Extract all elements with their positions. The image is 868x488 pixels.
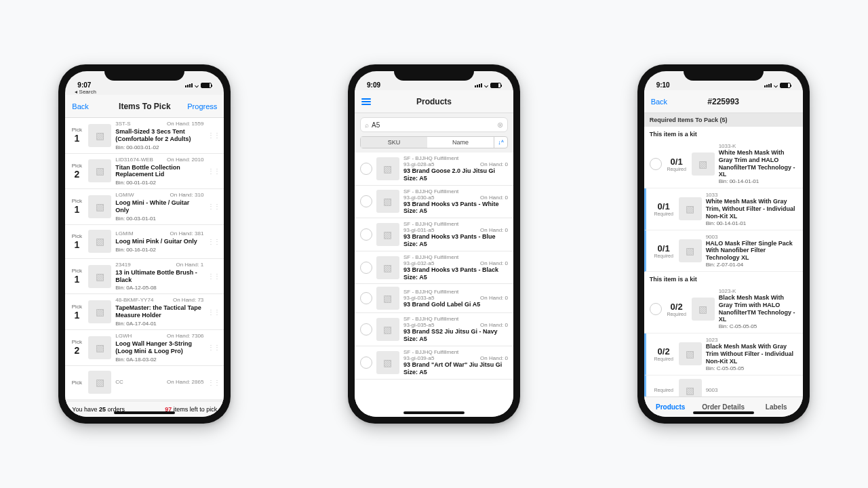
select-circle[interactable] bbox=[360, 357, 372, 369]
sku-label: CC bbox=[115, 379, 123, 385]
product-thumb: ▧ bbox=[88, 230, 111, 253]
sku-label: 93-gi-030-a5 bbox=[403, 195, 434, 201]
bin-label: Bin: 0A-17-04-01 bbox=[115, 321, 203, 327]
clear-search-icon[interactable]: ⊗ bbox=[497, 121, 503, 129]
onhand-label: On Hand: 0 bbox=[480, 295, 508, 301]
product-name: White Mesh Mask With Gray Trim, Without … bbox=[706, 198, 797, 220]
seg-name[interactable]: Name bbox=[427, 137, 494, 148]
pick-row[interactable]: Pick1▧LGMIWOn Hand: 310Loog Mini - White… bbox=[65, 189, 224, 225]
pack-row[interactable]: 0/1Required▧1033White Mesh Mask With Gra… bbox=[644, 188, 803, 230]
onhand-label: On Hand: 0 bbox=[480, 355, 508, 361]
sku-label: 3ST-S bbox=[115, 121, 130, 127]
product-row[interactable]: ▧SF - BJJHQ Fulfillment93-gi-035-a5On Ha… bbox=[355, 313, 513, 346]
product-row[interactable]: ▧SF - BJJHQ Fulfillment93-gi-039-a5On Ha… bbox=[355, 346, 513, 380]
select-circle[interactable] bbox=[360, 323, 372, 336]
product-thumb: ▧ bbox=[88, 371, 111, 394]
product-row[interactable]: ▧SF - BJJHQ Fulfillment93-gi-032-a5On Ha… bbox=[355, 251, 513, 285]
drag-icon[interactable]: ⋮⋮ bbox=[208, 203, 220, 210]
select-circle[interactable] bbox=[650, 158, 662, 170]
pack-row[interactable]: Required▧9003 bbox=[644, 375, 803, 396]
product-name: Loog Wall Hanger 3-String (Loog Mini & L… bbox=[115, 340, 203, 355]
product-thumb: ▧ bbox=[376, 223, 399, 246]
product-row[interactable]: ▧SF - BJJHQ Fulfillment93-gi-031-a5On Ha… bbox=[355, 218, 513, 251]
product-row[interactable]: ▧SF - BJJHQ Fulfillment93-gi-030-a5On Ha… bbox=[355, 186, 513, 219]
product-row[interactable]: ▧SF - BJJHQ Fulfillment93-gi-033-a5On Ha… bbox=[355, 284, 513, 313]
back-to-search[interactable]: ◂ Search bbox=[65, 89, 224, 95]
product-name: Black Mesh Mask With Gray Trim with HALO… bbox=[719, 294, 797, 323]
drag-icon[interactable]: ⋮⋮ bbox=[208, 131, 220, 139]
bin-label: Bin: 00-03-01-01 bbox=[115, 216, 203, 222]
pick-row[interactable]: Pick1▧LGMIMOn Hand: 381Loog Mini Pink / … bbox=[65, 225, 224, 259]
home-indicator[interactable] bbox=[403, 411, 465, 414]
pick-row[interactable]: Pick▧CCOn Hand: 2865⋮⋮ bbox=[65, 366, 224, 400]
product-thumb: ▧ bbox=[679, 342, 702, 365]
battery-icon bbox=[490, 83, 501, 88]
pack-row[interactable]: 0/1Required▧9003HALO Mask Filter Single … bbox=[644, 230, 803, 272]
product-thumb: ▧ bbox=[88, 265, 111, 288]
back-button[interactable]: Back bbox=[72, 102, 106, 110]
menu-icon[interactable] bbox=[361, 98, 395, 105]
tab-products[interactable]: Products bbox=[644, 397, 697, 417]
sku-label: 1023-K bbox=[719, 288, 797, 294]
onhand-label: On Hand: 1559 bbox=[167, 121, 203, 127]
pack-row[interactable]: 0/1Required▧1033-KWhite Mesh Mask With G… bbox=[644, 140, 803, 188]
product-list[interactable]: ▧SF - BJJHQ Fulfillment93-gi-028-a5On Ha… bbox=[355, 152, 513, 417]
pick-row[interactable]: Pick2▧LID31674-WEBOn Hand: 2010Titan Bot… bbox=[65, 154, 224, 190]
tab-labels[interactable]: Labels bbox=[750, 397, 803, 417]
pick-count: Pick2 bbox=[69, 339, 84, 356]
wifi-icon: ⌵ bbox=[195, 81, 199, 89]
pack-row[interactable]: 0/2Required▧1023-KBlack Mesh Mask With G… bbox=[644, 285, 803, 333]
kit-header: This item is a kit bbox=[644, 127, 803, 140]
vendor-label: SF - BJJHQ Fulfillment bbox=[403, 221, 458, 227]
vendor-label: SF - BJJHQ Fulfillment bbox=[403, 254, 458, 260]
product-row[interactable]: ▧SF - BJJHQ Fulfillment93-gi-028-a5On Ha… bbox=[355, 152, 513, 186]
product-name: TapeMaster: the Tactical Tape Measure Ho… bbox=[115, 304, 203, 319]
back-button[interactable]: Back bbox=[651, 98, 685, 106]
product-name: 93 Brand "Art Of War" Jiu Jitsu Gi Size:… bbox=[403, 361, 508, 376]
drag-icon[interactable]: ⋮⋮ bbox=[208, 238, 220, 245]
select-circle[interactable] bbox=[360, 292, 372, 304]
pick-row[interactable]: Pick2▧LGWHOn Hand: 7306Loog Wall Hanger … bbox=[65, 330, 224, 366]
drag-icon[interactable]: ⋮⋮ bbox=[208, 272, 220, 280]
pick-list[interactable]: Pick1▧3ST-SOn Hand: 1559Small-Sized 3 Se… bbox=[65, 118, 224, 401]
required-count: 0/2Required bbox=[653, 346, 675, 361]
drag-icon[interactable]: ⋮⋮ bbox=[208, 379, 220, 386]
pick-row[interactable]: Pick1▧48-BKMF-YY74On Hand: 73TapeMaster:… bbox=[65, 294, 224, 330]
sku-label: 93-gi-033-a5 bbox=[403, 295, 434, 301]
battery-icon bbox=[201, 83, 212, 88]
product-name: 93 Brand Hooks v3 Pants - Black Size: A5 bbox=[403, 266, 508, 281]
sku-label: 9003 bbox=[706, 387, 797, 393]
onhand-label: On Hand: 1 bbox=[176, 262, 203, 268]
drag-icon[interactable]: ⋮⋮ bbox=[208, 308, 220, 316]
seg-sku[interactable]: SKU bbox=[361, 137, 427, 148]
sku-label: LGMIW bbox=[115, 192, 134, 198]
product-thumb: ▧ bbox=[88, 195, 111, 218]
phone-products: 9:09 ⌵ Products ⌕ A5 ⊗ SKU Name ↓ᴬ ▧SF -… bbox=[348, 64, 520, 424]
progress-button[interactable]: Progress bbox=[183, 102, 217, 110]
select-circle[interactable] bbox=[650, 303, 662, 315]
select-circle[interactable] bbox=[360, 163, 372, 175]
select-circle[interactable] bbox=[360, 262, 372, 274]
home-indicator[interactable] bbox=[693, 411, 754, 414]
sort-icon[interactable]: ↓ᴬ bbox=[494, 137, 507, 148]
select-circle[interactable] bbox=[360, 228, 372, 241]
notch bbox=[104, 64, 184, 81]
product-name: Loog Mini - White / Guitar Only bbox=[115, 199, 203, 214]
drag-icon[interactable]: ⋮⋮ bbox=[208, 167, 220, 175]
required-section-header: Required Items To Pack (5) bbox=[644, 113, 803, 127]
pick-row[interactable]: Pick1▧23419On Hand: 113 in Ultimate Bott… bbox=[65, 259, 224, 295]
pack-row[interactable]: 0/2Required▧1023Black Mesh Mask With Gra… bbox=[644, 333, 803, 375]
product-name: 93 Brand SS2 Jiu Jitsu Gi - Navy Size: A… bbox=[403, 328, 508, 343]
product-name: Black Mesh Mask With Gray Trim Without F… bbox=[706, 343, 797, 365]
wifi-icon: ⌵ bbox=[484, 81, 488, 89]
pick-count: Pick bbox=[69, 380, 84, 386]
drag-icon[interactable]: ⋮⋮ bbox=[208, 344, 220, 351]
product-thumb: ▧ bbox=[88, 159, 111, 182]
home-indicator[interactable] bbox=[114, 411, 175, 414]
select-circle[interactable] bbox=[360, 195, 372, 207]
bin-label: Bin: C-05-05-05 bbox=[706, 365, 797, 371]
pack-content[interactable]: Required Items To Pack (5) This item is … bbox=[644, 113, 803, 396]
sku-label: LGWH bbox=[115, 333, 132, 339]
pick-row[interactable]: Pick1▧3ST-SOn Hand: 1559Small-Sized 3 Se… bbox=[65, 118, 224, 154]
search-input[interactable]: ⌕ A5 ⊗ bbox=[360, 117, 508, 132]
